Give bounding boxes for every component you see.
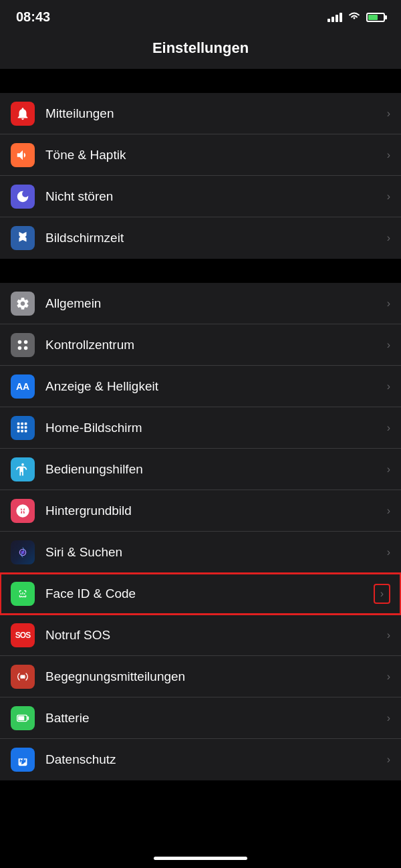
settings-item-mitteilungen[interactable]: Mitteilungen ›: [0, 93, 401, 134]
nicht-stoeren-chevron: ›: [387, 191, 390, 203]
mitteilungen-chevron: ›: [387, 108, 390, 120]
status-bar: 08:43: [0, 0, 401, 31]
svg-point-17: [24, 593, 25, 594]
svg-point-16: [20, 593, 21, 594]
datenschutz-label: Datenschutz: [45, 752, 382, 767]
allgemein-label: Allgemein: [45, 296, 382, 311]
svg-point-2: [18, 346, 22, 350]
status-icons: [327, 11, 385, 23]
datenschutz-icon: [11, 748, 35, 772]
section-gap-1: [0, 69, 401, 93]
wifi-icon: [348, 11, 361, 23]
bedienungshilfen-chevron: ›: [387, 463, 390, 475]
allgemein-chevron: ›: [387, 298, 390, 310]
bedienungshilfen-icon: [11, 457, 35, 481]
home-indicator: [154, 857, 247, 860]
faceid-label: Face ID & Code: [45, 586, 374, 601]
nicht-stoeren-label: Nicht stören: [45, 189, 382, 204]
mitteilungen-label: Mitteilungen: [45, 106, 382, 121]
batterie-icon: [11, 706, 35, 730]
svg-rect-10: [17, 429, 20, 432]
toene-icon: [11, 143, 35, 167]
home-bildschirm-chevron: ›: [387, 422, 390, 434]
bildschirmzeit-label: Bildschirmzeit: [45, 231, 382, 245]
hintergrundbild-label: Hintergrundbild: [45, 504, 382, 518]
siri-chevron: ›: [387, 546, 390, 558]
settings-item-kontrollzentrum[interactable]: Kontrollzentrum ›: [0, 324, 401, 366]
page-title: Einstellungen: [0, 31, 401, 69]
status-time: 08:43: [16, 9, 50, 25]
settings-item-nicht-stoeren[interactable]: Nicht stören ›: [0, 176, 401, 217]
section-gap-2: [0, 259, 401, 283]
begegnung-icon: [11, 665, 35, 689]
begegnung-label: Begegnungsmitteilungen: [45, 669, 382, 684]
svg-point-1: [24, 340, 28, 344]
siri-icon: [11, 540, 35, 564]
anzeige-label: Anzeige & Helligkeit: [45, 379, 382, 394]
notruf-label: Notruf SOS: [45, 628, 382, 643]
bildschirmzeit-chevron: ›: [387, 232, 390, 244]
settings-section-2: Allgemein › Kontrollzentrum › AA Anzeige…: [0, 283, 401, 615]
settings-item-begegnung[interactable]: Begegnungsmitteilungen ›: [0, 656, 401, 697]
signal-icon: [327, 13, 342, 22]
nicht-stoeren-icon: [11, 185, 35, 209]
begegnung-chevron: ›: [387, 671, 390, 683]
svg-point-13: [21, 507, 24, 510]
mitteilungen-icon: [11, 102, 35, 126]
svg-rect-8: [21, 426, 23, 429]
svg-rect-5: [21, 422, 23, 425]
settings-item-allgemein[interactable]: Allgemein ›: [0, 283, 401, 324]
toene-label: Töne & Haptik: [45, 148, 382, 162]
settings-item-hintergrundbild[interactable]: Hintergrundbild ›: [0, 490, 401, 532]
hintergrundbild-chevron: ›: [387, 505, 390, 517]
toene-chevron: ›: [387, 149, 390, 161]
svg-rect-7: [17, 426, 20, 429]
svg-rect-4: [17, 422, 20, 425]
settings-item-notruf[interactable]: SOS Notruf SOS ›: [0, 615, 401, 656]
notruf-icon: SOS: [11, 623, 35, 647]
bedienungshilfen-label: Bedienungshilfen: [45, 462, 382, 477]
settings-item-faceid[interactable]: Face ID & Code ›: [0, 573, 401, 615]
settings-item-toene[interactable]: Töne & Haptik ›: [0, 134, 401, 176]
settings-item-bedienungshilfen[interactable]: Bedienungshilfen ›: [0, 449, 401, 490]
kontrollzentrum-label: Kontrollzentrum: [45, 338, 382, 352]
batterie-label: Batterie: [45, 711, 382, 726]
siri-label: Siri & Suchen: [45, 545, 382, 560]
notruf-chevron: ›: [387, 629, 390, 641]
kontrollzentrum-icon: [11, 333, 35, 357]
bildschirmzeit-icon: [11, 226, 35, 250]
faceid-icon: [11, 582, 35, 606]
svg-rect-11: [21, 429, 23, 432]
hintergrundbild-icon: [11, 499, 35, 523]
allgemein-icon: [11, 292, 35, 316]
kontrollzentrum-chevron: ›: [387, 339, 390, 351]
settings-item-home-bildschirm[interactable]: Home-Bildschirm ›: [0, 407, 401, 449]
svg-rect-21: [18, 716, 24, 720]
settings-item-anzeige[interactable]: AA Anzeige & Helligkeit ›: [0, 366, 401, 407]
settings-item-batterie[interactable]: Batterie ›: [0, 697, 401, 739]
svg-rect-12: [25, 429, 27, 432]
settings-section-3: SOS Notruf SOS › Begegnungsmitteilungen …: [0, 615, 401, 780]
home-bildschirm-icon: [11, 416, 35, 440]
svg-rect-6: [25, 422, 27, 425]
home-bildschirm-label: Home-Bildschirm: [45, 421, 382, 435]
settings-item-bildschirmzeit[interactable]: Bildschirmzeit ›: [0, 217, 401, 259]
battery-icon: [366, 13, 385, 22]
settings-item-datenschutz[interactable]: Datenschutz ›: [0, 739, 401, 780]
faceid-chevron: ›: [374, 584, 390, 604]
svg-rect-9: [25, 426, 27, 429]
settings-item-siri[interactable]: Siri & Suchen ›: [0, 532, 401, 573]
svg-point-0: [18, 340, 22, 344]
anzeige-icon: AA: [11, 374, 35, 399]
svg-point-3: [24, 346, 28, 350]
batterie-chevron: ›: [387, 712, 390, 724]
settings-section-1: Mitteilungen › Töne & Haptik › Nicht stö…: [0, 93, 401, 259]
datenschutz-chevron: ›: [387, 754, 390, 766]
anzeige-chevron: ›: [387, 381, 390, 393]
